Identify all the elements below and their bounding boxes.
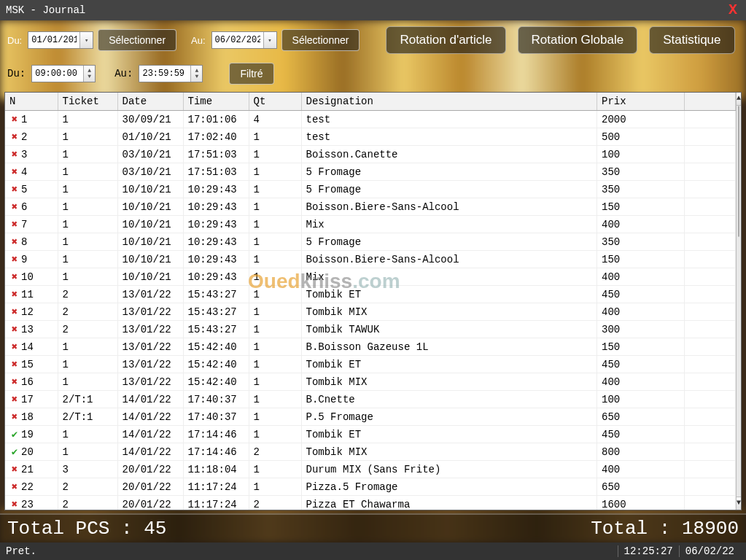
select-from-button[interactable]: Sélectionner [98,29,176,51]
close-icon[interactable]: X [726,0,740,20]
date-from-picker[interactable]: ▾ [28,31,93,49]
cell-qt: 1 [249,181,301,198]
col-qt[interactable]: Qt [249,93,301,111]
col-time[interactable]: Time [183,93,249,111]
cell-ticket: 3 [58,461,117,478]
scroll-down-icon[interactable]: ▼ [737,497,741,510]
cell-time: 17:51:03 [183,163,249,181]
table-row[interactable]: ✖14113/01/2215:42:401B.Boisson Gazeuse 1… [5,338,736,356]
cell-qt: 2 [249,496,301,510]
cell-date: 13/01/22 [117,338,183,356]
toolbar-times: Du: ▲ ▼ Au: ▲ ▼ Filtré [0,60,746,92]
table-row[interactable]: ✖7110/10/2110:29:431Mix400 [5,216,736,233]
table-row[interactable]: ✖11213/01/2215:43:271Tombik ET450 [5,286,736,303]
vertical-scrollbar[interactable]: ▲ ▼ [736,93,741,510]
table-row[interactable]: ✖13213/01/2215:43:271Tombik TAWUK300 [5,321,736,338]
table-row[interactable]: ✖3103/10/2117:51:031Boisson.Canette100 [5,146,736,163]
select-to-button[interactable]: Sélectionner [281,29,360,51]
cell-designation: test [301,128,597,146]
table-row[interactable]: ✖16113/01/2215:42:401Tombik MIX400 [5,373,736,391]
scroll-up-icon[interactable]: ▲ [737,93,741,106]
table-row[interactable]: ✔19114/01/2217:14:461Tombik ET450 [5,426,736,443]
calendar-icon[interactable]: ▾ [263,32,276,48]
table-header-row: N Ticket Date Time Qt Designation Prix [5,93,736,111]
table-row[interactable]: ✖15113/01/2215:42:401Tombik ET450 [5,356,736,373]
cell-time: 17:14:46 [183,426,249,443]
col-designation[interactable]: Designation [301,93,597,111]
table-row[interactable]: ✖1130/09/2117:01:064test2000 [5,111,736,128]
table-row[interactable]: ✔20114/01/2217:14:462Tombik MIX800 [5,443,736,461]
time-to-input[interactable] [139,68,190,79]
window-title: MSK - Journal [6,0,85,20]
cell-date: 13/01/22 [117,303,183,321]
cell-designation: Boisson.Biere-Sans-Alcool [301,251,597,268]
tab-rotation-article[interactable]: Rotation d'article [386,26,505,54]
spinner-icon[interactable]: ▲ ▼ [83,66,95,82]
table-row[interactable]: ✖23220/01/2211:17:242Pizza ET Chawarma16… [5,496,736,510]
time-from-picker[interactable]: ▲ ▼ [31,65,96,82]
filter-button[interactable]: Filtré [229,63,273,85]
cell-designation: Mix [301,216,597,233]
cell-end [685,163,736,181]
total-pcs-label: Total PCS : [7,518,144,540]
table-row[interactable]: ✖5110/10/2110:29:4315 Fromage350 [5,181,736,198]
cell-qt: 1 [249,338,301,356]
tab-statistique[interactable]: Statistique [649,26,734,54]
col-prix[interactable]: Prix [597,93,685,111]
table-row[interactable]: ✖10110/10/2110:29:431Mix400 [5,268,736,286]
date-from-input[interactable] [28,34,79,46]
col-ticket[interactable]: Ticket [58,93,117,111]
cell-time: 15:42:40 [183,373,249,391]
table-row[interactable]: ✖22220/01/2211:17:241Pizza.5 Fromage650 [5,478,736,496]
cell-date: 10/10/21 [117,233,183,251]
cell-ticket: 1 [58,251,117,268]
cell-qt: 1 [249,408,301,426]
cell-time: 10:29:43 [183,268,249,286]
table-row[interactable]: ✖8110/10/2110:29:4315 Fromage350 [5,233,736,251]
cell-n: ✖4 [5,163,58,181]
cell-time: 10:29:43 [183,198,249,216]
cell-designation: Tombik MIX [301,443,597,461]
table-row[interactable]: ✖9110/10/2110:29:431Boisson.Biere-Sans-A… [5,251,736,268]
col-n[interactable]: N [5,93,58,111]
cell-qt: 1 [249,146,301,163]
cell-time: 17:01:06 [183,111,249,128]
table-row[interactable]: ✖172/T:114/01/2217:40:371B.Cnette100 [5,391,736,408]
table-row[interactable]: ✖2101/10/2117:02:401test500 [5,128,736,146]
table-row[interactable]: ✖182/T:114/01/2217:40:371P.5 Fromage650 [5,408,736,426]
cell-designation: Tombik ET [301,356,597,373]
time-to-picker[interactable]: ▲ ▼ [139,65,203,82]
table-row[interactable]: ✖12213/01/2215:43:271Tombik MIX400 [5,303,736,321]
table-row[interactable]: ✖6110/10/2110:29:431Boisson.Biere-Sans-A… [5,198,736,216]
row-status-icon: ✖ [9,131,20,143]
row-status-icon: ✖ [9,411,20,423]
cell-qt: 1 [249,461,301,478]
col-date[interactable]: Date [117,93,183,111]
cell-date: 10/10/21 [117,216,183,233]
row-status-icon: ✖ [9,148,20,160]
scroll-track[interactable] [737,106,741,497]
cell-time: 11:18:04 [183,461,249,478]
total-value: 18900 [682,518,739,540]
cell-n: ✖1 [5,111,58,128]
table-row[interactable]: ✖21320/01/2211:18:041Durum MIX (Sans Fri… [5,461,736,478]
row-status-icon: ✔ [9,446,20,458]
table-row[interactable]: ✖4103/10/2117:51:0315 Fromage350 [5,163,736,181]
cell-designation: Mix [301,268,597,286]
row-status-icon: ✔ [9,428,20,440]
cell-date: 13/01/22 [117,356,183,373]
cell-time: 11:17:24 [183,478,249,496]
cell-designation: P.5 Fromage [301,408,597,426]
tab-rotation-globale[interactable]: Rotation Globale [518,26,638,54]
row-status-icon: ✖ [9,358,20,370]
cell-ticket: 1 [58,128,117,146]
date-to-picker[interactable]: ▾ [211,31,277,49]
cell-end [685,356,736,373]
time-from-input[interactable] [32,68,83,79]
date-to-input[interactable] [212,34,263,46]
scroll-thumb[interactable] [738,106,739,237]
spinner-icon[interactable]: ▲ ▼ [190,66,202,82]
row-status-icon: ✖ [9,376,20,388]
cell-n: ✖21 [5,461,58,478]
calendar-icon[interactable]: ▾ [79,32,93,48]
